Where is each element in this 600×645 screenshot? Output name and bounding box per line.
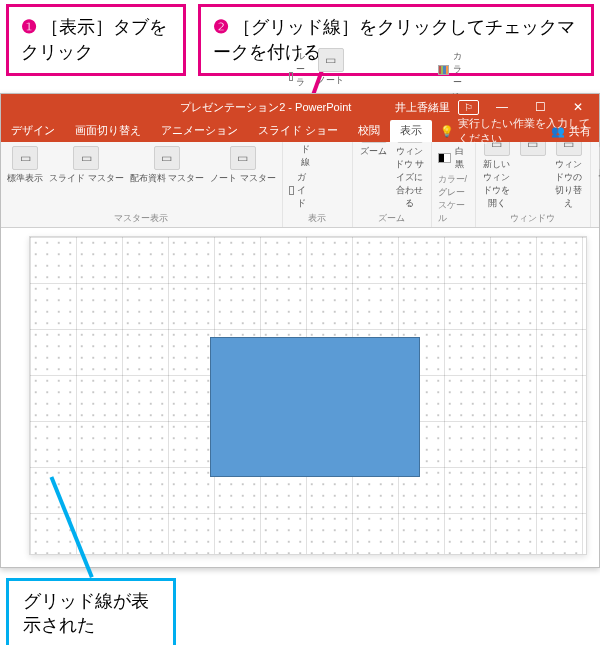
callout-step-2: ❷［グリッド線］をクリックしてチェックマークを付ける — [198, 4, 594, 76]
normal-view-button[interactable]: ▭ 標準表示 — [7, 146, 43, 185]
macros-button[interactable]: ▭ マクロ — [597, 146, 600, 185]
slide-master-icon: ▭ — [73, 146, 99, 170]
tab-transitions[interactable]: 画面切り替え — [65, 120, 151, 142]
ribbon-group-master-views: ▭ 標準表示 ▭ スライド マスター ▭ 配布資料 マスター ▭ ノート マスタ… — [1, 142, 283, 227]
slide-canvas-area[interactable] — [1, 228, 599, 567]
callout-2-text: ［グリッド線］をクリックしてチェックマークを付ける — [213, 17, 575, 62]
window-title: プレゼンテーション2 - PowerPoint — [180, 100, 351, 115]
checkbox-icon — [289, 72, 294, 81]
handout-master-button[interactable]: ▭ 配布資料 マスター — [130, 146, 205, 185]
group-label-window: ウィンドウ — [510, 212, 555, 225]
checkbox-icon — [289, 186, 294, 195]
slide-with-gridlines[interactable] — [29, 236, 587, 555]
group-label-zoom: ズーム — [378, 212, 405, 225]
ribbon-tabstrip: デザイン 画面切り替え アニメーション スライド ショー 校閲 表示 💡 実行し… — [1, 120, 599, 142]
powerpoint-window: プレゼンテーション2 - PowerPoint 井上香緒里 ⚐ — ☐ ✕ デザ… — [0, 93, 600, 568]
ribbon-group-color: カラー グレースケール 白黒 カラー/グレースケール — [432, 142, 476, 227]
callout-1-number: ❶ — [21, 17, 37, 37]
notes-master-icon: ▭ — [230, 146, 256, 170]
tab-view[interactable]: 表示 — [390, 120, 432, 142]
ribbon-group-window: ▭ 新しいウィンドウを開く ▭ ▭ ウィンドウの切り替え ウィンドウ — [476, 142, 591, 227]
tab-slideshow[interactable]: スライド ショー — [248, 120, 348, 142]
ribbon-group-show: ルーラー ✓グリッド線 ガイド ▭ ノート 表示 — [283, 142, 353, 227]
color-mode-button[interactable]: カラー — [438, 50, 469, 89]
tab-review[interactable]: 校閲 — [348, 120, 390, 142]
team-icon[interactable]: ⚐ — [458, 100, 479, 115]
callout-step-1: ❶［表示］タブをクリック — [6, 4, 186, 76]
callout-2-number: ❷ — [213, 17, 229, 37]
bw-mode-button[interactable]: 白黒 — [438, 145, 469, 171]
ribbon-group-zoom: 🔍 ズーム ⤢ ウィンドウ サイズに合わせる ズーム — [353, 142, 432, 227]
blue-rectangle-shape[interactable] — [210, 337, 420, 477]
presentation-icon: ▭ — [12, 146, 38, 170]
callout-1-text: ［表示］タブをクリック — [21, 17, 167, 62]
handout-master-icon: ▭ — [154, 146, 180, 170]
group-label-master: マスター表示 — [114, 212, 168, 225]
group-label-color: カラー/グレースケール — [438, 173, 469, 225]
color-swatch-icon — [438, 65, 449, 75]
share-button[interactable]: 👥 共有 — [551, 124, 591, 139]
ribbon-group-macro: ▭ マクロ — [591, 142, 600, 227]
group-label-show: 表示 — [308, 212, 326, 225]
notes-master-button[interactable]: ▭ ノート マスター — [210, 146, 276, 185]
ribbon: ▭ 標準表示 ▭ スライド マスター ▭ 配布資料 マスター ▭ ノート マスタ… — [1, 142, 599, 228]
tab-design[interactable]: デザイン — [1, 120, 65, 142]
maximize-button[interactable]: ☐ — [525, 97, 555, 117]
callout-result: グリッド線が表示された — [6, 578, 176, 645]
minimize-button[interactable]: — — [487, 97, 517, 117]
slide-master-button[interactable]: ▭ スライド マスター — [49, 146, 124, 185]
share-icon: 👥 — [551, 125, 565, 138]
bw-swatch-icon — [438, 153, 452, 163]
guides-checkbox[interactable]: ガイド — [289, 171, 310, 210]
close-button[interactable]: ✕ — [563, 97, 593, 117]
notes-icon: ▭ — [318, 48, 344, 72]
share-label: 共有 — [569, 124, 591, 139]
user-name: 井上香緒里 — [395, 100, 450, 115]
tab-animations[interactable]: アニメーション — [151, 120, 248, 142]
callout-result-text: グリッド線が表示された — [23, 591, 149, 635]
notes-button[interactable]: ▭ ノート — [316, 48, 346, 87]
lightbulb-icon: 💡 — [440, 125, 454, 138]
